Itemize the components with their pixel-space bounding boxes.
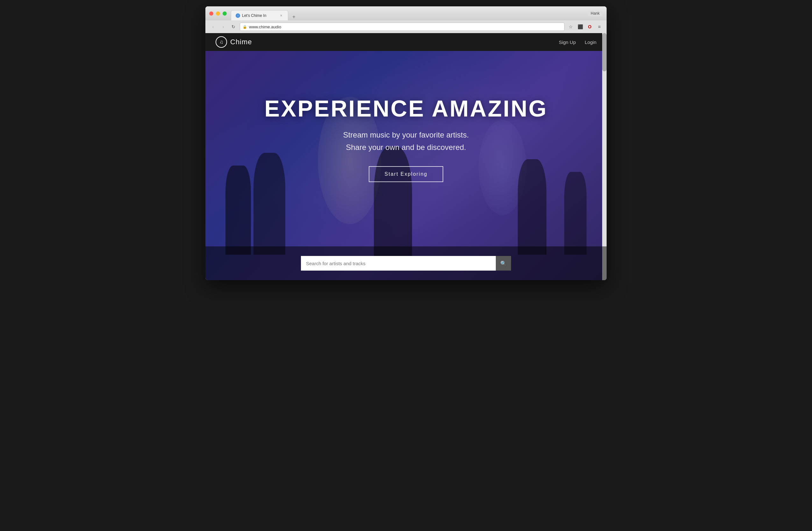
site-navbar: ♫ Chime Sign Up Login (205, 33, 607, 51)
search-input[interactable] (301, 256, 496, 270)
site-logo: ♫ Chime (216, 36, 559, 48)
url-lock-icon: 🔒 (243, 25, 247, 29)
search-icon: 🔍 (500, 261, 507, 266)
active-tab[interactable]: ♫ Let's Chime In × (231, 10, 288, 20)
url-text: www.chime.audio (249, 25, 281, 29)
opera-icon[interactable]: O (586, 23, 593, 30)
new-tab-button[interactable]: + (289, 13, 299, 20)
browser-window: ♫ Let's Chime In × + Hank ‹ › ↻ 🔒 www.ch… (205, 6, 607, 280)
traffic-lights (209, 12, 227, 16)
titlebar: ♫ Let's Chime In × + Hank (205, 6, 607, 20)
hero-section: EXPERIENCE AMAZING Stream music by your … (205, 51, 607, 280)
logo-icon: ♫ (216, 36, 227, 48)
refresh-button[interactable]: ↻ (230, 23, 237, 31)
signup-link[interactable]: Sign Up (559, 40, 576, 45)
forward-button[interactable]: › (219, 23, 227, 31)
back-button[interactable]: ‹ (209, 23, 217, 31)
url-bar[interactable]: 🔒 www.chime.audio (240, 23, 565, 31)
maximize-button[interactable] (222, 12, 227, 16)
cast-icon[interactable]: ⬛ (577, 23, 584, 30)
hero-content: EXPERIENCE AMAZING Stream music by your … (205, 51, 607, 246)
search-button[interactable]: 🔍 (496, 256, 511, 270)
menu-icon[interactable]: ≡ (596, 23, 603, 30)
search-section: 🔍 (205, 246, 607, 280)
tab-favicon: ♫ (236, 13, 240, 18)
addressbar: ‹ › ↻ 🔒 www.chime.audio ☆ ⬛ O ≡ (205, 20, 607, 33)
search-bar: 🔍 (301, 256, 511, 270)
start-exploring-button[interactable]: Start Exploring (369, 166, 444, 182)
site-nav-links: Sign Up Login (559, 40, 596, 45)
login-link[interactable]: Login (585, 40, 596, 45)
user-name: Hank (588, 11, 603, 16)
hero-subtitle: Stream music by your favorite artists. S… (343, 129, 469, 153)
tab-close-button[interactable]: × (279, 13, 284, 18)
toolbar-icons: ☆ ⬛ O ≡ (567, 23, 603, 30)
logo-text: Chime (230, 38, 252, 46)
minimize-button[interactable] (216, 12, 220, 16)
tab-title: Let's Chime In (242, 13, 277, 18)
hero-title: EXPERIENCE AMAZING (264, 96, 547, 121)
close-button[interactable] (209, 12, 213, 16)
bookmark-icon[interactable]: ☆ (567, 23, 574, 30)
tab-bar: ♫ Let's Chime In × + (231, 6, 581, 20)
browser-content: ♫ Chime Sign Up Login (205, 33, 607, 280)
